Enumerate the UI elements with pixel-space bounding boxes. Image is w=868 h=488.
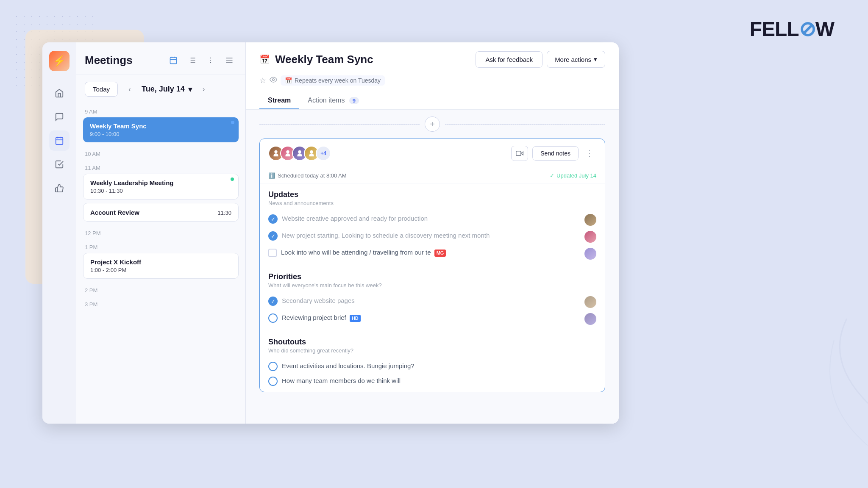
tabs-row: Stream Action items 9 xyxy=(259,92,605,109)
time-2pm: 2 PM xyxy=(83,282,239,296)
card-actions: Send notes ⋮ xyxy=(511,146,596,161)
repeat-calendar-icon: 📅 xyxy=(285,77,292,84)
date-display[interactable]: Tue, July 14 ▾ xyxy=(142,85,192,94)
divider-line-right xyxy=(445,124,605,125)
event-account-review[interactable]: Account Review 11:30 xyxy=(83,203,239,222)
time-10am: 10 AM xyxy=(83,146,239,160)
time-9am: 9 AM xyxy=(83,103,239,117)
meeting-header: 📅 Weekly Team Sync Ask for feedback More… xyxy=(246,42,619,110)
agenda-item-7: How many team members do we think will xyxy=(268,374,596,388)
section-title-shoutouts: Shoutouts xyxy=(268,338,596,347)
svg-point-24 xyxy=(310,150,313,153)
sidebar-item-feedback[interactable] xyxy=(49,178,70,198)
item-avatar-3 xyxy=(584,248,596,260)
meeting-card-header: +4 Send notes ⋮ xyxy=(260,139,605,168)
meeting-title-row: 📅 Weekly Team Sync Ask for feedback More… xyxy=(259,51,605,68)
badge-hd: HD xyxy=(350,315,361,322)
section-shoutouts: Shoutouts Who did something great recent… xyxy=(260,331,605,392)
agenda-item-6: Event activities and locations. Bungie j… xyxy=(268,359,596,374)
event-weekly-team-sync[interactable]: Weekly Team Sync 9:00 - 10:00 xyxy=(83,117,239,142)
agenda-text-3: Look into who will be attending / travel… xyxy=(281,248,580,257)
menu-btn[interactable] xyxy=(222,53,237,68)
sidebar-item-calendar[interactable] xyxy=(49,130,70,151)
section-priorities: Priorities What will everyone's main foc… xyxy=(260,266,605,331)
events-list: 9 AM Weekly Team Sync 9:00 - 10:00 10 AM… xyxy=(76,103,245,424)
card-dots-button[interactable]: ⋮ xyxy=(583,147,596,160)
tab-action-items-label: Action items xyxy=(308,97,345,104)
more-actions-button[interactable]: More actions ▾ xyxy=(547,51,605,68)
agenda-item-1: ✓ Website creative approved and ready fo… xyxy=(268,211,596,228)
section-title-updates: Updates xyxy=(268,190,596,199)
list-view-btn[interactable] xyxy=(184,53,200,68)
scheduled-text: Scheduled today at 8:00 AM xyxy=(278,172,347,179)
checkbox-3[interactable] xyxy=(268,249,277,257)
check-circle-6[interactable] xyxy=(268,362,278,371)
stream-content: + xyxy=(246,110,619,424)
section-title-priorities: Priorities xyxy=(268,272,596,281)
sidebar-item-home[interactable] xyxy=(49,83,70,103)
agenda-item-2: ✓ New project starting. Looking to sched… xyxy=(268,228,596,245)
event-weekly-leadership[interactable]: Weekly Leadership Meeting 10:30 - 11:30 xyxy=(83,174,239,200)
time-12pm: 12 PM xyxy=(83,225,239,239)
sidebar-item-tasks[interactable] xyxy=(49,154,70,175)
agenda-item-3: Look into who will be attending / travel… xyxy=(268,245,596,262)
section-subtitle-priorities: What will everyone's main focus be this … xyxy=(268,282,596,288)
check-circle-2[interactable]: ✓ xyxy=(268,231,278,241)
agenda-text-4: Secondary website pages xyxy=(282,296,580,305)
event-dot-green xyxy=(231,177,234,181)
tab-stream-label: Stream xyxy=(268,97,291,104)
meetings-panel: Meetings Today ‹ Tue, July xyxy=(76,42,246,424)
badge-mg: MG xyxy=(434,250,446,257)
next-date-btn[interactable]: › xyxy=(197,83,211,96)
meetings-header-actions xyxy=(166,53,237,68)
event-time: 1:00 - 2:00 PM xyxy=(90,267,231,273)
sidebar-item-messages[interactable] xyxy=(49,107,70,127)
svg-point-15 xyxy=(210,60,211,61)
app-logo: FELL⊘W xyxy=(750,17,834,41)
svg-rect-0 xyxy=(56,138,63,145)
svg-rect-4 xyxy=(170,57,177,64)
event-title: Weekly Team Sync xyxy=(90,122,232,130)
tab-action-items[interactable]: Action items 9 xyxy=(299,92,367,109)
svg-point-16 xyxy=(210,62,211,63)
star-icon[interactable]: ☆ xyxy=(259,76,266,85)
date-navigation: Today ‹ Tue, July 14 ▾ › xyxy=(76,75,245,103)
svg-point-23 xyxy=(298,150,301,153)
item-avatar-4 xyxy=(584,296,596,308)
svg-marker-25 xyxy=(521,152,523,155)
event-title: Weekly Leadership Meeting xyxy=(90,179,231,186)
item-avatar-5 xyxy=(584,313,596,325)
avatar-extra-count: +4 xyxy=(316,146,331,161)
add-section: + xyxy=(246,110,619,139)
agenda-text-1: Website creative approved and ready for … xyxy=(282,214,580,223)
video-button[interactable] xyxy=(511,146,528,161)
event-title: Project X Kickoff xyxy=(90,258,231,266)
send-notes-button[interactable]: Send notes xyxy=(532,146,579,161)
action-items-badge: 9 xyxy=(349,97,359,104)
repeat-info: 📅 Repeats every week on Tuesday xyxy=(281,75,385,86)
more-options-btn[interactable] xyxy=(203,53,218,68)
calendar-view-btn[interactable] xyxy=(166,53,181,68)
agenda-text-6: Event activities and locations. Bungie j… xyxy=(282,361,596,370)
check-circle-5[interactable] xyxy=(268,313,278,323)
eye-icon[interactable] xyxy=(270,76,277,86)
check-circle-7[interactable] xyxy=(268,377,278,386)
check-circle-4[interactable]: ✓ xyxy=(268,297,278,306)
add-button[interactable]: + xyxy=(425,116,440,132)
meeting-info-row: ℹ️ Scheduled today at 8:00 AM ✓ Updated … xyxy=(260,168,605,183)
time-3pm: 3 PM xyxy=(83,296,239,310)
section-updates: Updates News and announcements ✓ Website… xyxy=(260,183,605,266)
event-project-x[interactable]: Project X Kickoff 1:00 - 2:00 PM xyxy=(83,253,239,279)
today-button[interactable]: Today xyxy=(85,82,118,97)
divider-line xyxy=(259,124,420,125)
agenda-text-7: How many team members do we think will xyxy=(282,376,596,385)
check-icon: ✓ xyxy=(550,172,554,179)
item-avatar-1 xyxy=(584,214,596,226)
meeting-title: Weekly Team Sync xyxy=(275,53,373,66)
prev-date-btn[interactable]: ‹ xyxy=(123,83,136,96)
scheduled-info: ℹ️ Scheduled today at 8:00 AM xyxy=(268,172,347,179)
ask-feedback-button[interactable]: Ask for feedback xyxy=(476,51,542,68)
check-circle-1[interactable]: ✓ xyxy=(268,214,278,224)
meetings-header: Meetings xyxy=(76,42,245,75)
tab-stream[interactable]: Stream xyxy=(259,92,299,109)
